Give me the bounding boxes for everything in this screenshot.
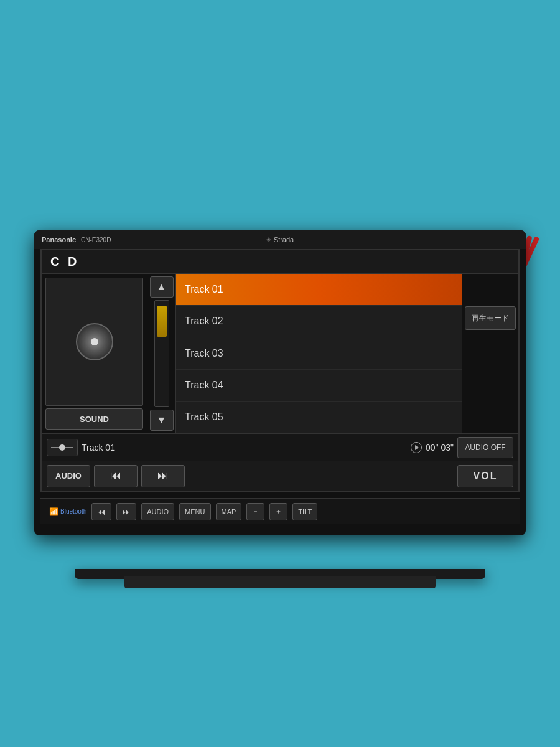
left-panel: SOUND [42, 274, 147, 433]
right-buttons: 再生モード [462, 274, 518, 433]
track-label-1: Track 01 [185, 284, 223, 295]
hw-next-button[interactable]: ⏭ [116, 503, 136, 520]
track-list: Track 01 Track 02 Track 03 Track 04 Trac [176, 274, 462, 433]
hw-prev-icon: ⏮ [97, 507, 106, 517]
device-unit: Panasonic CN-E320D ✳ Strada C D [34, 230, 526, 535]
play-triangle [415, 445, 419, 450]
brand-label: Panasonic [42, 236, 76, 243]
next-button[interactable]: ⏭ [141, 465, 185, 487]
screen: C D SOUND ▲ [40, 249, 520, 492]
hw-audio-button[interactable]: AUDIO [141, 503, 174, 520]
track-item-2[interactable]: Track 02 [176, 306, 462, 337]
hw-map-button[interactable]: MAP [216, 503, 242, 520]
device-header: Panasonic CN-E320D ✳ Strada [34, 230, 526, 249]
hw-minus-button[interactable]: － [246, 503, 264, 520]
play-status-icon [411, 442, 422, 453]
bluetooth-label: 📶 Bluetooth [49, 507, 86, 516]
prev-button[interactable]: ⏮ [94, 465, 138, 487]
eq-knob [59, 444, 65, 451]
audio-button[interactable]: AUDIO [47, 465, 90, 487]
scroll-down-button[interactable]: ▼ [150, 410, 174, 431]
screen-inner: C D SOUND ▲ [42, 250, 518, 491]
scroll-up-button[interactable]: ▲ [150, 276, 174, 298]
track-item-1[interactable]: Track 01 [176, 274, 462, 306]
hw-prev-button[interactable]: ⏮ [91, 503, 111, 520]
eq-icon [47, 439, 78, 456]
track-label-4: Track 04 [185, 380, 223, 391]
bluetooth-text: Bluetooth [60, 508, 86, 515]
track-label-3: Track 03 [185, 348, 223, 359]
track-item-3[interactable]: Track 03 [176, 337, 462, 369]
cd-header: C D [42, 250, 518, 274]
bluetooth-icon: 📶 [49, 507, 58, 516]
hw-buttons-strip: 📶 Bluetooth ⏮ ⏭ AUDIO MENU MAP － ＋ TILT [40, 498, 520, 524]
vol-button[interactable]: VOL [457, 465, 513, 487]
cd-disc [76, 323, 113, 360]
play-mode-button[interactable]: 再生モード [465, 306, 516, 330]
audio-off-button[interactable]: AUDIO OFF [457, 437, 513, 458]
track-item-5[interactable]: Track 05 [176, 402, 462, 433]
strada-label: ✳ Strada [266, 236, 294, 243]
cd-disc-area [45, 278, 143, 406]
strada-star: ✳ [266, 237, 271, 243]
device-feet [124, 576, 436, 588]
scene: Panasonic CN-E320D ✳ Strada C D [0, 0, 560, 747]
track-item-4[interactable]: Track 04 [176, 370, 462, 402]
hw-plus-button[interactable]: ＋ [269, 503, 287, 520]
hw-menu-button[interactable]: MENU [179, 503, 210, 520]
controls-bar: AUDIO ⏮ ⏭ VOL [42, 461, 518, 491]
cd-title: C D [50, 255, 79, 269]
model-label: CN-E320D [81, 237, 111, 243]
track-label-2: Track 02 [185, 316, 223, 327]
scroll-thumb [157, 306, 167, 337]
status-time-area: 00" 03" [411, 442, 454, 453]
scroll-track [154, 300, 169, 407]
scroll-area: ▲ ▼ [147, 274, 176, 433]
main-content: SOUND ▲ ▼ Track 01 [42, 274, 518, 433]
hw-next-icon: ⏭ [122, 507, 131, 517]
status-time: 00" 03" [426, 443, 454, 453]
status-bar: Track 01 00" 03" AUDIO OFF [42, 433, 518, 461]
status-track-label: Track 01 [82, 443, 407, 453]
sound-button[interactable]: SOUND [45, 408, 143, 430]
strada-text: Strada [274, 236, 294, 243]
track-label-5: Track 05 [185, 411, 223, 423]
cd-disc-hole [91, 338, 98, 345]
hw-tilt-button[interactable]: TILT [292, 503, 317, 520]
